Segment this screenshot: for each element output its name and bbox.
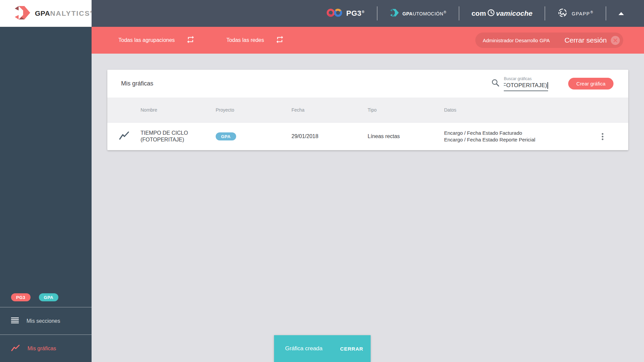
snackbar-cerrar-button[interactable]: CERRAR bbox=[340, 346, 363, 352]
column-header-nombre: Nombre bbox=[141, 107, 216, 113]
cerrar-sesion-button[interactable]: Cerrar sesión bbox=[565, 36, 620, 45]
gpautomocion-reg: ® bbox=[444, 10, 446, 14]
cell-nombre: TIEMPO DE CICLO (FOTOPERITAJE) bbox=[141, 130, 209, 143]
brand-reg: ® bbox=[90, 10, 93, 14]
gpapp-reg: ® bbox=[590, 10, 593, 14]
page-title: Mis gráficas bbox=[121, 80, 153, 87]
search-icon[interactable] bbox=[491, 78, 500, 88]
agrupaciones-filter[interactable]: Todas las agrupaciones bbox=[118, 35, 195, 45]
line-chart-icon bbox=[11, 344, 20, 353]
column-header-datos: Datos bbox=[444, 107, 577, 113]
pg3-infinity-icon bbox=[327, 8, 343, 19]
gpautomocion-bold: GPA bbox=[402, 11, 413, 16]
gpapp-logo[interactable]: GPAPP® bbox=[557, 7, 593, 19]
pg3-reg: ® bbox=[362, 10, 365, 14]
gpanalytics-arrow-icon bbox=[14, 5, 31, 21]
mis-graficas-card: Mis gráficas Buscar gráficas (FOTOPERITA… bbox=[107, 70, 628, 150]
cell-datos-2: Encargo / Fecha Estado Reporte Pericial bbox=[444, 136, 577, 143]
snackbar: Gráfica creada CERRAR bbox=[274, 335, 371, 362]
text-cursor bbox=[547, 82, 548, 89]
collapse-header-arrow-icon[interactable] bbox=[619, 12, 624, 15]
cell-datos-1: Encargo / Fecha Estado Facturado bbox=[444, 130, 577, 136]
redes-label: Todas las redes bbox=[226, 37, 264, 43]
sidebar-badges: PG3 GPA bbox=[0, 288, 92, 307]
sidebar-item-label: Mis secciones bbox=[26, 318, 60, 324]
cell-fecha: 29/01/2018 bbox=[291, 133, 368, 139]
cerrar-sesion-label: Cerrar sesión bbox=[565, 36, 607, 44]
row-menu-kebab-icon[interactable] bbox=[600, 131, 605, 142]
user-session-pill: Administrador Desarrollo GPA Cerrar sesi… bbox=[475, 33, 623, 48]
pg3-label: PG3 bbox=[346, 9, 362, 17]
pg3-logo[interactable]: PG3® bbox=[327, 8, 364, 19]
proyecto-badge: GPA bbox=[216, 132, 236, 140]
header-separator bbox=[459, 6, 459, 20]
agrupaciones-label: Todas las agrupaciones bbox=[118, 37, 175, 43]
gpautomocion-arrow-icon bbox=[390, 8, 399, 18]
user-name: Administrador Desarrollo GPA bbox=[483, 38, 550, 43]
sidebar-item-label: Mis gráficas bbox=[28, 346, 56, 352]
search-input[interactable]: Buscar gráficas (FOTOPERITAJE) bbox=[504, 76, 548, 91]
gpanalytics-logo[interactable]: GPANALYTICS® bbox=[0, 0, 92, 27]
brand-gpa: GPA bbox=[35, 9, 50, 17]
brand-nalytics: NALYTICS bbox=[50, 9, 90, 17]
table-row[interactable]: TIEMPO DE CICLO (FOTOPERITAJE) GPA 29/01… bbox=[107, 122, 628, 150]
redes-filter[interactable]: Todas las redes bbox=[226, 35, 284, 45]
row-chart-icon bbox=[119, 131, 129, 142]
column-header-fecha: Fecha bbox=[291, 107, 368, 113]
compravamicoche-logo[interactable]: com vamicoche bbox=[472, 9, 533, 18]
gpautomocion-rest: UTOMOCIÓN bbox=[413, 11, 443, 16]
repeat-icon[interactable] bbox=[275, 35, 284, 45]
column-header-tipo: Tipo bbox=[368, 107, 444, 113]
sidebar-item-mis-graficas[interactable]: Mis gráficas bbox=[0, 335, 92, 362]
gpapp-label: GPAPP bbox=[572, 11, 590, 16]
sidebar-badge-gpa[interactable]: GPA bbox=[39, 293, 59, 301]
search-input-label: Buscar gráficas bbox=[504, 76, 548, 81]
sidebar-spacer bbox=[0, 27, 92, 288]
gpapp-wrench-icon bbox=[557, 7, 568, 19]
filter-bar: Todas las agrupaciones Todas las redes A… bbox=[92, 27, 644, 54]
header-separator bbox=[377, 6, 377, 20]
coche-pre: com bbox=[472, 9, 486, 17]
top-header: PG3® GPAUTOMOCIÓN® com vamicoche bbox=[0, 0, 644, 27]
search-input-value: (FOTOPERITAJE) bbox=[504, 82, 547, 88]
snackbar-message: Gráfica creada bbox=[285, 345, 323, 352]
column-header-proyecto: Proyecto bbox=[216, 107, 291, 113]
coche-post: vamicoche bbox=[496, 9, 533, 17]
table-header: Nombre Proyecto Fecha Tipo Datos bbox=[107, 98, 628, 122]
header-separator bbox=[545, 6, 545, 20]
cell-tipo: Líneas rectas bbox=[368, 133, 444, 139]
sidebar-badge-pg3[interactable]: PG3 bbox=[11, 293, 31, 301]
gpautomocion-logo[interactable]: GPAUTOMOCIÓN® bbox=[390, 8, 446, 18]
header-separator bbox=[606, 6, 606, 20]
card-toolbar: Mis gráficas Buscar gráficas (FOTOPERITA… bbox=[107, 70, 628, 98]
clock-icon bbox=[487, 9, 495, 18]
logout-x-circle-icon[interactable] bbox=[611, 36, 620, 45]
sidebar-item-mis-secciones[interactable]: Mis secciones bbox=[0, 307, 92, 335]
sidebar: PG3 GPA Mis secciones Mis gráficas bbox=[0, 27, 92, 362]
crear-grafica-button[interactable]: Crear gráfica bbox=[568, 78, 613, 89]
repeat-icon[interactable] bbox=[186, 35, 195, 45]
list-icon bbox=[11, 317, 19, 325]
